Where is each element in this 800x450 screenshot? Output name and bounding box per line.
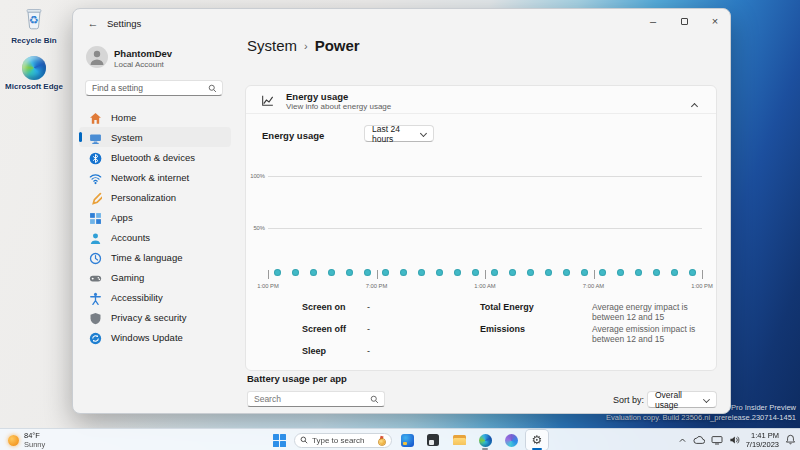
chart-dot bbox=[599, 269, 606, 276]
sidebar-item-accessibility[interactable]: Accessibility bbox=[79, 287, 231, 307]
copilot-button[interactable] bbox=[500, 430, 522, 450]
chevron-up-icon bbox=[678, 436, 687, 445]
stat-screen-on-value: - bbox=[367, 302, 370, 312]
chart-dot bbox=[310, 269, 317, 276]
sidebar-item-home[interactable]: Home bbox=[79, 107, 231, 127]
maximize-button[interactable] bbox=[669, 9, 699, 33]
chart-dot bbox=[527, 269, 534, 276]
settings-search-input[interactable] bbox=[92, 82, 202, 94]
chart-dot bbox=[328, 269, 335, 276]
tray-clock[interactable]: 1:41 PM 7/19/2023 bbox=[746, 431, 779, 449]
chart-dot bbox=[689, 269, 696, 276]
edge-button[interactable] bbox=[474, 430, 496, 450]
close-button[interactable]: × bbox=[700, 9, 730, 33]
notification-bell-button[interactable] bbox=[785, 431, 796, 449]
file-explorer-button[interactable] bbox=[448, 430, 470, 450]
recycle-bin-icon: ♻ bbox=[4, 6, 64, 34]
chart-dot bbox=[382, 269, 389, 276]
edge-desktop-label: Microsoft Edge bbox=[4, 82, 64, 91]
system-icon bbox=[89, 131, 102, 144]
sidebar-item-time-language[interactable]: Time & language bbox=[79, 247, 231, 267]
gear-icon: ⚙ bbox=[532, 434, 543, 446]
bell-icon bbox=[785, 434, 796, 445]
sidebar-item-gaming[interactable]: Gaming bbox=[79, 267, 231, 287]
breadcrumb-system[interactable]: System bbox=[247, 37, 297, 54]
chart-x-tick-label: 1:00 PM bbox=[691, 283, 713, 289]
sidebar-item-windows-update[interactable]: Windows Update bbox=[79, 327, 231, 347]
start-button[interactable] bbox=[268, 430, 290, 450]
folder-icon bbox=[453, 435, 466, 446]
stat-screen-off-label: Screen off bbox=[302, 324, 346, 334]
chart-x-tick-label: 7:00 PM bbox=[366, 283, 388, 289]
minimize-button[interactable]: – bbox=[638, 9, 668, 33]
pinned-app-button[interactable] bbox=[396, 430, 418, 450]
sun-icon bbox=[8, 435, 19, 446]
apps-grid-icon bbox=[89, 211, 102, 224]
chart-gridline bbox=[268, 176, 702, 177]
card-title: Energy usage bbox=[286, 91, 348, 102]
stat-sleep-value: - bbox=[367, 346, 370, 356]
weather-temp: 84°F bbox=[24, 431, 45, 440]
chart-dot bbox=[292, 269, 299, 276]
titlebar[interactable]: ← Settings – × bbox=[73, 9, 730, 37]
search-icon bbox=[370, 395, 379, 404]
cast-tray-button[interactable] bbox=[711, 431, 723, 449]
chart-dot bbox=[563, 269, 570, 276]
energy-usage-card: Energy usage View info about energy usag… bbox=[245, 85, 717, 371]
taskbar-search[interactable]: Type to search bbox=[294, 433, 392, 448]
tray-chevron-button[interactable] bbox=[678, 431, 687, 449]
app-search-input[interactable] bbox=[254, 393, 364, 405]
recycle-bin-shortcut[interactable]: ♻ Recycle Bin bbox=[4, 6, 64, 45]
chart-dot bbox=[346, 269, 353, 276]
chart-x-tick-label: 1:00 AM bbox=[474, 283, 495, 289]
svg-text:♻: ♻ bbox=[29, 14, 39, 26]
sidebar-item-network-internet[interactable]: Network & internet bbox=[79, 167, 231, 187]
chart-dot bbox=[653, 269, 660, 276]
chart-x-tick bbox=[702, 270, 703, 279]
speaker-icon bbox=[729, 435, 740, 445]
back-button[interactable]: ← bbox=[85, 15, 101, 31]
time-range-dropdown[interactable]: Last 24 hours bbox=[364, 125, 434, 142]
settings-taskbar-button[interactable]: ⚙ bbox=[526, 430, 548, 450]
sidebar-item-accounts[interactable]: Accounts bbox=[79, 227, 231, 247]
edge-icon bbox=[479, 434, 492, 447]
weather-widget[interactable]: 84°F Sunny bbox=[8, 431, 45, 449]
settings-search-box[interactable] bbox=[85, 80, 223, 96]
cast-screen-icon bbox=[711, 435, 723, 445]
stat-emissions-value: Average emission impact is between 12 an… bbox=[592, 324, 716, 344]
chart-dot bbox=[545, 269, 552, 276]
chart-dot bbox=[635, 269, 642, 276]
task-view-button[interactable] bbox=[422, 430, 444, 450]
settings-window: ← Settings – × PhantomDev Local Account bbox=[72, 8, 731, 414]
edge-desktop-shortcut[interactable]: Microsoft Edge bbox=[4, 56, 64, 91]
breadcrumb-separator: › bbox=[297, 40, 315, 52]
app-icon bbox=[401, 434, 414, 447]
onedrive-tray-button[interactable] bbox=[693, 431, 705, 449]
page-title: Power bbox=[315, 37, 360, 54]
app-search-box[interactable] bbox=[247, 391, 385, 407]
tray-time: 1:41 PM bbox=[746, 431, 779, 440]
sidebar-item-privacy-security[interactable]: Privacy & security bbox=[79, 307, 231, 327]
sidebar-item-system[interactable]: System bbox=[79, 127, 231, 147]
chart-dot bbox=[472, 269, 479, 276]
energy-usage-expander[interactable]: Energy usage View info about energy usag… bbox=[246, 86, 716, 114]
sort-value: Overall usage bbox=[655, 390, 704, 410]
sidebar-item-bluetooth-devices[interactable]: Bluetooth & devices bbox=[79, 147, 231, 167]
breadcrumb: System›Power bbox=[247, 37, 360, 54]
chart-dot bbox=[400, 269, 407, 276]
sidebar-item-apps[interactable]: Apps bbox=[79, 207, 231, 227]
sidebar-item-personalization[interactable]: Personalization bbox=[79, 187, 231, 207]
chevron-up-icon[interactable] bbox=[692, 95, 704, 107]
time-range-value: Last 24 hours bbox=[372, 124, 421, 144]
chart-dot bbox=[491, 269, 498, 276]
sort-dropdown[interactable]: Overall usage bbox=[647, 391, 717, 408]
volume-tray-button[interactable] bbox=[729, 431, 740, 449]
chart-dot bbox=[274, 269, 281, 276]
user-avatar[interactable] bbox=[86, 46, 108, 68]
taskbar-search-placeholder: Type to search bbox=[312, 436, 373, 445]
sort-by-label: Sort by: bbox=[613, 395, 644, 405]
stat-total-energy-label: Total Energy bbox=[480, 302, 534, 312]
chart-dot bbox=[418, 269, 425, 276]
desktop-wallpaper: ♻ Recycle Bin Microsoft Edge Windows 11 … bbox=[0, 0, 800, 450]
battery-usage-title: Battery usage per app bbox=[247, 373, 347, 384]
